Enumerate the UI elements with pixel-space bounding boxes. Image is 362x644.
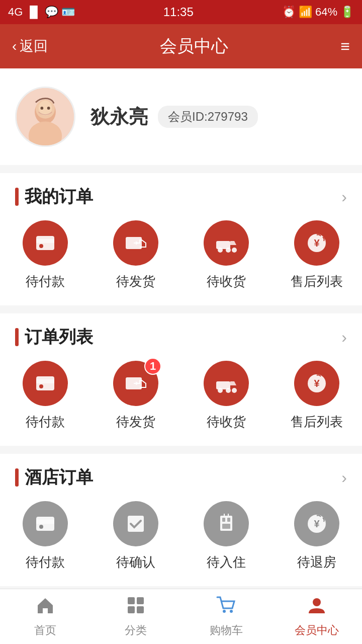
order-list-grid: 待付款 1 待发货: [0, 349, 362, 446]
back-icon: ‹: [12, 38, 17, 54]
section-bar-3: [15, 468, 19, 487]
app-header: ‹ 返回 会员中心 ≡: [0, 24, 362, 68]
hotel-pending-checkout-label: 待退房: [297, 553, 336, 571]
tab-cart[interactable]: 购物车: [181, 589, 272, 644]
home-icon: [35, 595, 55, 620]
tab-cart-label: 购物车: [210, 623, 243, 638]
ol-aftersale[interactable]: ¥ 售后列表: [272, 361, 362, 431]
member-id-badge: 会员ID:279793: [158, 106, 258, 128]
pending-receive-icon: [204, 220, 249, 266]
ship-badge: 1: [144, 358, 161, 375]
status-left: 4G ▐▌ 💬 🪪: [8, 6, 75, 19]
ol-pending-pay[interactable]: 待付款: [0, 361, 90, 431]
section-bar: [15, 188, 19, 206]
svg-point-12: [218, 248, 223, 253]
my-orders-header[interactable]: 我的订单 ›: [0, 173, 362, 208]
svg-point-14: [232, 248, 237, 253]
svg-point-13: [226, 248, 231, 253]
hotel-pending-checkin[interactable]: 待入住: [181, 501, 272, 571]
hotel-pending-confirm-label: 待确认: [116, 553, 155, 571]
back-button[interactable]: ‹ 返回: [12, 37, 48, 56]
svg-text:¥: ¥: [314, 518, 320, 529]
svg-point-22: [218, 388, 223, 393]
wifi-icon: 📶: [299, 6, 312, 19]
tab-member[interactable]: 会员中心: [272, 589, 362, 644]
svg-rect-34: [222, 524, 230, 529]
ol-aftersale-icon: ¥: [294, 361, 339, 406]
user-icon: [307, 595, 327, 620]
hotel-pending-confirm[interactable]: 待确认: [90, 501, 181, 571]
svg-point-5: [41, 107, 44, 110]
user-name: 狄永亮: [90, 104, 148, 130]
hotel-orders-title: 酒店订单: [25, 466, 93, 489]
svg-rect-40: [137, 606, 144, 613]
hotel-pending-checkout[interactable]: ¥ 待退房: [272, 501, 362, 571]
pending-pay-icon: [23, 220, 68, 266]
pending-ship-label: 待发货: [116, 273, 155, 290]
hotel-pending-pay[interactable]: 待付款: [0, 501, 90, 571]
ol-pending-ship-label: 待发货: [116, 413, 155, 431]
alarm-icon: ⏰: [282, 6, 296, 19]
svg-point-41: [223, 610, 226, 613]
aftersale-label: 售后列表: [291, 273, 343, 290]
ol-aftersale-label: 售后列表: [291, 413, 343, 431]
my-order-pending-receive[interactable]: 待收货: [181, 220, 272, 290]
svg-rect-28: [36, 520, 54, 524]
cart-icon: [216, 595, 236, 620]
svg-point-19: [39, 384, 43, 388]
ol-pending-receive[interactable]: 待收货: [181, 361, 272, 431]
my-order-pending-pay[interactable]: 待付款: [0, 220, 90, 290]
back-label: 返回: [20, 37, 48, 56]
avatar[interactable]: [15, 87, 75, 147]
user-info: 狄永亮 会员ID:279793: [90, 104, 258, 130]
tab-member-label: 会员中心: [295, 623, 339, 638]
hotel-orders-grid: 待付款 待确认: [0, 489, 362, 586]
tab-categories[interactable]: 分类: [90, 589, 181, 644]
order-list-title: 订单列表: [25, 326, 93, 349]
hotel-pending-checkin-icon: [204, 501, 249, 546]
ol-pending-receive-icon: [204, 361, 249, 406]
tab-categories-label: 分类: [125, 623, 147, 638]
ol-pending-ship[interactable]: 1 待发货: [90, 361, 181, 431]
pending-receive-label: 待收货: [207, 273, 246, 290]
ol-pending-ship-icon: 1: [113, 361, 158, 406]
pending-pay-label: 待付款: [26, 273, 65, 290]
hotel-pending-checkin-label: 待入住: [207, 553, 246, 571]
my-orders-title: 我的订单: [25, 185, 93, 208]
order-list-arrow: ›: [341, 328, 347, 347]
aftersale-icon: ¥: [294, 220, 339, 266]
hotel-pending-pay-icon: [23, 501, 68, 546]
svg-point-9: [39, 244, 43, 248]
tab-home[interactable]: 首页: [0, 589, 90, 644]
ol-pending-receive-label: 待收货: [207, 413, 246, 431]
pending-ship-icon: [113, 220, 158, 266]
order-list-header[interactable]: 订单列表 ›: [0, 313, 362, 349]
svg-rect-38: [137, 597, 144, 604]
svg-rect-37: [128, 597, 135, 604]
svg-text:¥: ¥: [314, 237, 320, 249]
menu-button[interactable]: ≡: [340, 37, 350, 56]
my-order-aftersale[interactable]: ¥ 售后列表: [272, 220, 362, 290]
profile-section: 狄永亮 会员ID:279793: [0, 68, 362, 165]
page-title: 会员中心: [160, 35, 228, 58]
ol-pending-pay-label: 待付款: [26, 413, 65, 431]
tab-home-label: 首页: [34, 623, 56, 638]
grid-icon: [126, 595, 146, 620]
status-right: ⏰ 📶 64% 🔋: [282, 6, 354, 19]
svg-rect-32: [222, 518, 225, 522]
svg-point-6: [47, 107, 50, 110]
svg-rect-39: [128, 606, 135, 613]
hotel-pending-confirm-icon: [113, 501, 158, 546]
my-order-pending-ship[interactable]: 待发货: [90, 220, 181, 290]
svg-text:¥: ¥: [314, 378, 320, 389]
sim-icon: 🪪: [61, 6, 75, 19]
svg-point-24: [232, 388, 237, 393]
bottom-tabs: 首页 分类 购物车 会员中心: [0, 589, 362, 644]
hotel-orders-header[interactable]: 酒店订单 ›: [0, 454, 362, 489]
svg-point-23: [226, 388, 231, 393]
hotel-pending-checkout-icon: ¥: [294, 501, 339, 546]
battery-text: 64%: [315, 6, 337, 19]
section-bar-2: [15, 328, 19, 346]
svg-point-43: [313, 598, 321, 606]
svg-point-42: [230, 610, 233, 613]
